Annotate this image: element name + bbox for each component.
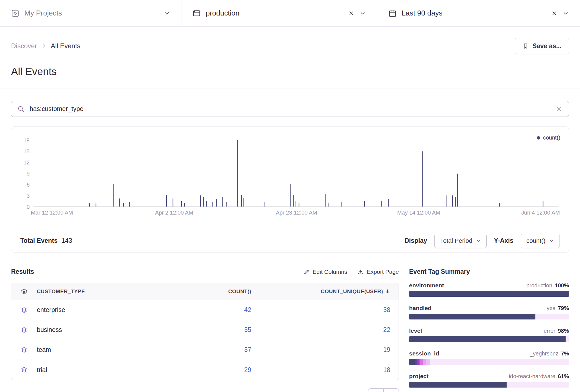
project-selector[interactable]: My Projects: [0, 0, 181, 26]
event-tag-summary: Event Tag Summary environment production…: [409, 268, 569, 392]
chart-plot: [34, 140, 558, 207]
legend-dot: [537, 136, 540, 140]
search-input[interactable]: [30, 105, 551, 113]
date-range-selector[interactable]: Last 90 days: [377, 0, 580, 26]
column-header-customer-type[interactable]: CUSTOMER_TYPE: [37, 288, 182, 295]
events-chart[interactable]: count() 0369121518 Mar 12 12:00 AMApr 2 …: [11, 127, 569, 229]
tag-bar[interactable]: [409, 336, 569, 342]
tag-top-value: error: [544, 328, 555, 334]
column-header-count-unique[interactable]: COUNT_UNIQUE(USER): [251, 288, 399, 295]
tag-percent: 61%: [558, 373, 569, 380]
environment-selector-label: production: [206, 9, 239, 17]
total-events-label: Total Events: [20, 237, 58, 244]
tag-summary-heading: Event Tag Summary: [409, 268, 569, 275]
cell-count[interactable]: 29: [244, 366, 251, 373]
tag-name: project: [409, 373, 428, 380]
results-heading: Results: [11, 268, 34, 275]
breadcrumb-current: All Events: [51, 42, 80, 50]
table-row[interactable]: team 37 19: [11, 340, 399, 360]
topbar: My Projects production Last 90 days: [0, 0, 580, 27]
cell-customer-type: enterprise: [37, 306, 182, 314]
sort-desc-icon: [385, 289, 390, 294]
tag-top-value: ido-react-hardware: [509, 373, 555, 380]
tag-name: session_id: [409, 350, 439, 357]
cell-count-unique[interactable]: 22: [383, 326, 390, 333]
breadcrumb-discover-link[interactable]: Discover: [11, 42, 37, 50]
column-header-count[interactable]: COUNT(): [182, 288, 251, 295]
results-section: Results Edit Columns Export Page: [11, 268, 399, 392]
chart-footer: Total Events 143 Display Total Period Y-…: [11, 229, 569, 252]
chart-legend[interactable]: count(): [537, 135, 560, 141]
tag-top-value: _yeghrsbnz: [530, 350, 558, 357]
cell-customer-type: team: [37, 346, 182, 354]
tag-top-value: production: [526, 282, 552, 289]
results-table: CUSTOMER_TYPE COUNT() COUNT_UNIQUE(USER)…: [11, 283, 399, 380]
tag-name: handled: [409, 305, 432, 311]
download-icon: [358, 269, 364, 275]
chevron-down-icon[interactable]: [359, 10, 366, 17]
tag-percent: 79%: [558, 305, 569, 311]
display-dropdown[interactable]: Total Period: [434, 234, 487, 248]
bookmark-icon: [522, 43, 529, 49]
y-axis-dropdown[interactable]: count(): [521, 234, 560, 248]
display-label: Display: [404, 237, 427, 244]
environment-selector[interactable]: production: [181, 0, 377, 26]
legend-label: count(): [543, 135, 560, 141]
date-range-selector-label: Last 90 days: [402, 9, 442, 17]
chart-x-axis: Mar 12 12:00 AMApr 2 12:00 AMApr 23 12:0…: [34, 210, 558, 217]
tag-bar[interactable]: [409, 291, 569, 297]
main-content: count() 0369121518 Mar 12 12:00 AMApr 2 …: [0, 101, 580, 392]
tag-name: level: [409, 327, 422, 334]
edit-columns-button[interactable]: Edit Columns: [304, 269, 347, 275]
previous-page-button[interactable]: [368, 388, 384, 392]
clear-date-icon[interactable]: [551, 10, 557, 16]
clear-environment-icon[interactable]: [348, 10, 354, 16]
next-page-button[interactable]: [383, 388, 399, 392]
cell-count-unique[interactable]: 19: [383, 346, 390, 353]
search-icon: [17, 105, 25, 113]
projects-icon: [11, 9, 19, 17]
save-as-button[interactable]: Save as...: [515, 38, 569, 54]
chevron-down-icon[interactable]: [163, 10, 170, 17]
cell-count[interactable]: 37: [244, 346, 251, 353]
stack-icon[interactable]: [11, 367, 37, 373]
page-title: All Events: [11, 66, 569, 89]
calendar-icon: [388, 9, 397, 17]
cell-count-unique[interactable]: 38: [383, 306, 390, 313]
cell-count[interactable]: 42: [244, 306, 251, 313]
page-header: Discover All Events Save as... All Event…: [0, 27, 580, 89]
cell-customer-type: business: [37, 326, 182, 334]
stack-icon[interactable]: [11, 327, 37, 333]
tag-percent: 100%: [555, 282, 569, 289]
chart-y-axis: 0369121518: [11, 140, 30, 207]
clear-search-icon[interactable]: [556, 106, 563, 112]
tag-top-value: yes: [547, 305, 555, 311]
chevron-down-icon: [476, 238, 481, 243]
table-row[interactable]: business 35 22: [11, 320, 399, 340]
chevron-down-icon[interactable]: [562, 10, 569, 17]
tag-percent: 98%: [558, 328, 569, 334]
project-selector-label: My Projects: [24, 9, 62, 17]
export-page-button[interactable]: Export Page: [358, 269, 399, 275]
tag-bar[interactable]: [409, 314, 569, 319]
pencil-icon: [304, 269, 310, 275]
stack-icon[interactable]: [11, 307, 37, 313]
table-row[interactable]: trial 29 18: [11, 360, 399, 380]
pagination: [11, 388, 399, 392]
stack-icon[interactable]: [11, 347, 37, 353]
tag-block-environment: environment production 100%: [409, 282, 569, 297]
search-bar: [11, 101, 569, 117]
stack-icon: [11, 288, 37, 295]
y-axis-label: Y-Axis: [494, 237, 513, 244]
chart-panel: count() 0369121518 Mar 12 12:00 AMApr 2 …: [11, 127, 569, 252]
chevron-right-icon: [41, 43, 46, 48]
tag-percent: 7%: [561, 350, 569, 357]
table-row[interactable]: enterprise 42 38: [11, 300, 399, 320]
cell-count-unique[interactable]: 18: [383, 366, 390, 373]
tag-name: environment: [409, 282, 444, 289]
window-icon: [193, 9, 201, 17]
cell-count[interactable]: 35: [244, 326, 251, 333]
tag-bar[interactable]: [409, 382, 569, 388]
tag-bar[interactable]: [409, 359, 569, 365]
tag-block-session-id: session_id _yeghrsbnz 7%: [409, 350, 569, 365]
